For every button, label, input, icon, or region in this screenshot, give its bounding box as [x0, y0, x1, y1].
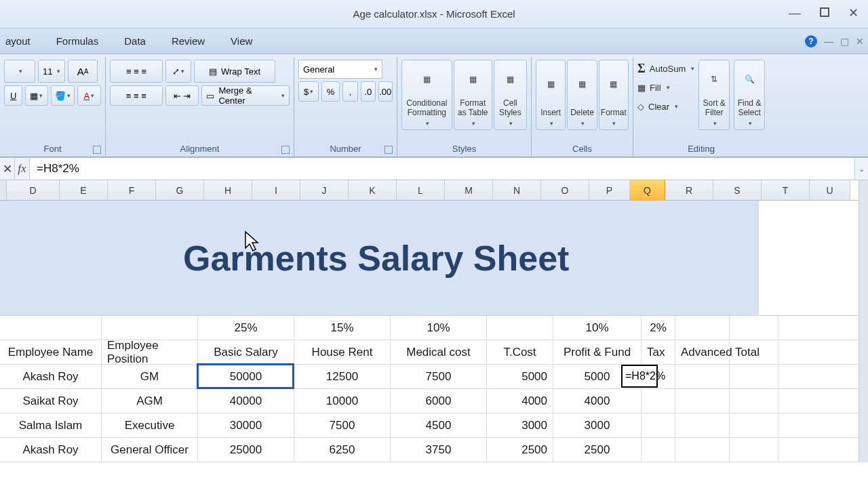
ribbon-restore-icon[interactable]: ▢ — [840, 36, 849, 47]
hdr-name[interactable]: Employee Name — [0, 340, 102, 364]
percent-button[interactable]: % — [321, 81, 340, 102]
tab-formulas[interactable]: Formulas — [52, 31, 103, 51]
cell-med[interactable]: 6000 — [391, 389, 487, 413]
cancel-formula-icon[interactable]: ✕ — [0, 158, 15, 180]
col-header-Q[interactable]: Q — [630, 180, 665, 200]
format-cells-button[interactable]: ▦Format▾ — [599, 60, 629, 130]
pct-pf[interactable]: 10% — [553, 316, 642, 340]
cell-med[interactable]: 3750 — [391, 438, 487, 462]
active-cell-editor[interactable]: =H8*2% — [621, 365, 658, 388]
cell-styles-button[interactable]: ▦ Cell Styles▾ — [494, 60, 527, 130]
cell-position[interactable]: AGM — [102, 389, 198, 413]
cell-rent[interactable]: 7500 — [294, 413, 391, 437]
cell-basic[interactable]: 30000 — [198, 413, 294, 437]
col-header-T[interactable]: T — [762, 180, 810, 200]
orientation-button[interactable]: ⤢▾ — [165, 60, 191, 83]
hdr-tax[interactable]: Tax — [642, 340, 675, 364]
cell-name[interactable]: Salma Islam — [0, 413, 102, 437]
hdr-med[interactable]: Medical cost — [391, 340, 487, 364]
cell-basic[interactable]: 40000 — [198, 389, 294, 413]
hdr-adv[interactable]: Advanced — [675, 340, 730, 364]
horizontal-align-buttons[interactable]: ≡ ≡ ≡ — [110, 85, 163, 106]
underline-button[interactable]: U — [4, 85, 22, 106]
cell-adv[interactable] — [675, 389, 730, 413]
pct-med[interactable]: 10% — [391, 316, 487, 340]
cell-adv[interactable] — [675, 365, 730, 388]
cell-tcost[interactable]: 3000 — [487, 413, 553, 437]
col-header-K[interactable]: K — [349, 180, 397, 200]
col-header-U[interactable]: U — [810, 180, 850, 200]
delete-cells-button[interactable]: ▦Delete▾ — [567, 60, 597, 130]
cell-tcost[interactable]: 5000 — [487, 365, 553, 388]
insert-function-button[interactable]: fx — [15, 158, 30, 180]
close-button[interactable] — [844, 4, 863, 22]
cell-pf[interactable]: 2500 — [553, 438, 642, 462]
hdr-rent[interactable]: House Rent — [294, 340, 391, 364]
col-header-O[interactable]: O — [541, 180, 589, 200]
vertical-align-buttons[interactable]: ≡ ≡ ≡ — [110, 60, 163, 83]
cell-total[interactable] — [730, 389, 778, 413]
cell-total[interactable] — [730, 365, 778, 388]
fill-color-button[interactable]: 🪣▾ — [51, 85, 75, 106]
font-color-button[interactable]: A▾ — [77, 85, 101, 106]
cell-rent[interactable]: 6250 — [294, 438, 391, 462]
fill-button[interactable]: ▦Fill▾ — [637, 79, 694, 96]
indent-buttons[interactable]: ⇤ ⇥ — [165, 85, 199, 106]
pct-rent[interactable]: 15% — [294, 316, 391, 340]
font-name-dropdown[interactable]: ▾ — [4, 60, 35, 83]
minimize-button[interactable] — [785, 5, 805, 22]
col-header-L[interactable]: L — [397, 180, 445, 200]
increase-decimal-button[interactable]: .0 — [361, 81, 375, 102]
cell-name[interactable]: Akash Roy — [0, 438, 102, 462]
ribbon-minimize-icon[interactable]: — — [824, 36, 833, 47]
hdr-pf[interactable]: Profit & Fund — [553, 340, 642, 364]
col-header-H[interactable]: H — [204, 180, 252, 200]
number-format-dropdown[interactable]: General▾ — [298, 60, 382, 79]
tab-layout[interactable]: ayout — [1, 31, 35, 51]
comma-button[interactable]: , — [342, 81, 358, 102]
autosum-button[interactable]: ΣAutoSum▾ — [637, 60, 694, 77]
col-header-S[interactable]: S — [713, 180, 762, 200]
grow-shrink-font[interactable]: AA — [68, 60, 98, 83]
col-header-N[interactable]: N — [493, 180, 541, 200]
maximize-button[interactable] — [816, 5, 833, 22]
hdr-position[interactable]: Employee Position — [102, 340, 198, 364]
merge-center-button[interactable]: ▭Merge & Center▾ — [201, 85, 290, 106]
font-dialog-launcher[interactable] — [93, 146, 101, 154]
pct-basic[interactable]: 25% — [198, 316, 294, 340]
cell-position[interactable]: GM — [102, 365, 198, 388]
cell-adv[interactable] — [675, 438, 730, 462]
hdr-total[interactable]: Total — [730, 340, 778, 364]
clear-button[interactable]: ◇Clear▾ — [637, 98, 694, 115]
col-header-M[interactable]: M — [445, 180, 493, 200]
decrease-decimal-button[interactable]: .00 — [378, 81, 393, 102]
formula-input[interactable]: =H8*2% — [30, 158, 854, 180]
cell-med[interactable]: 7500 — [391, 365, 487, 388]
font-size-dropdown[interactable]: 11▾ — [38, 60, 65, 83]
currency-button[interactable]: $▾ — [298, 81, 319, 102]
sort-filter-button[interactable]: ⇅Sort & Filter▾ — [698, 60, 730, 130]
col-header-J[interactable]: J — [300, 180, 349, 200]
cell-pf[interactable]: 4000 — [553, 389, 642, 413]
col-header-F[interactable]: F — [108, 180, 156, 200]
cell-pf[interactable]: 3000 — [553, 413, 642, 437]
cell-position[interactable]: Executive — [102, 413, 198, 437]
cell-name[interactable]: Saikat Roy — [0, 389, 102, 413]
cell-rent[interactable]: 10000 — [294, 389, 391, 413]
cell-name[interactable]: Akash Roy — [0, 365, 102, 388]
number-dialog-launcher[interactable] — [384, 146, 393, 154]
cell-total[interactable] — [730, 413, 778, 437]
cell-basic[interactable]: 25000 — [198, 438, 294, 462]
cell-tcost[interactable]: 4000 — [487, 389, 553, 413]
pct-tax[interactable]: 2% — [642, 316, 675, 340]
format-as-table-button[interactable]: ▦ Format as Table▾ — [454, 60, 492, 130]
hdr-tcost[interactable]: T.Cost — [487, 340, 553, 364]
conditional-formatting-button[interactable]: ▦ Conditional Formatting▾ — [401, 60, 452, 130]
col-header-D[interactable]: D — [7, 180, 60, 200]
col-header-R[interactable]: R — [665, 180, 713, 200]
tab-data[interactable]: Data — [120, 31, 150, 51]
tab-review[interactable]: Review — [167, 31, 209, 51]
ribbon-close-icon[interactable]: ✕ — [856, 36, 864, 47]
col-header-P[interactable]: P — [589, 180, 630, 200]
col-header-E[interactable]: E — [60, 180, 108, 200]
